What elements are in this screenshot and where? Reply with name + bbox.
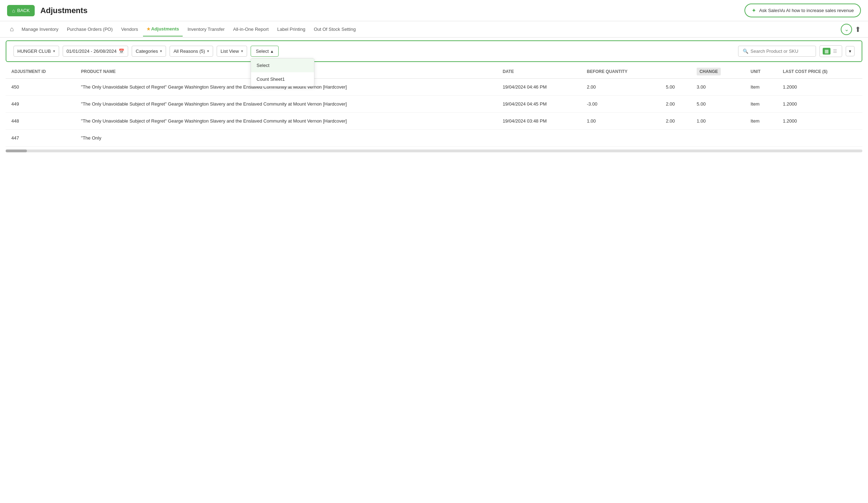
back-label: BACK [17, 8, 29, 13]
cell-last-cost [777, 130, 862, 147]
view-toggle[interactable]: ▦ ☰ [820, 45, 842, 57]
store-label: HUNGER CLUB [17, 49, 51, 54]
nav-upload-icon[interactable]: ⬆ [855, 25, 861, 34]
list-view-icon: ☰ [831, 48, 839, 55]
dropdown-item-count-sheet[interactable]: Count Sheet1 [251, 72, 314, 86]
cell-change: 5.00 [691, 96, 745, 113]
table-row: 450 "The Only Unavoidable Subject of Reg… [6, 79, 862, 96]
col-header-adjustment-id: ADJUSTMENT ID [6, 65, 75, 79]
col-header-date: DATE [497, 65, 581, 79]
ai-icon: ✦ [752, 7, 756, 14]
col-header-before-quantity: BEFORE QUANTITY [581, 65, 660, 79]
cell-adjustment-id: 448 [6, 113, 75, 130]
view-dropdown-chevron-icon: ▾ [849, 49, 851, 54]
nav-star-icon: ★ [147, 27, 150, 32]
nav-right: ⌄ ⬆ [841, 24, 861, 35]
cell-unit [745, 130, 777, 147]
scrollbar-track [6, 149, 862, 152]
view-selector[interactable]: List View ▾ [217, 46, 247, 57]
ai-button[interactable]: ✦ Ask SalesVu AI how to increase sales r… [744, 4, 861, 17]
scrollbar-thumb[interactable] [6, 149, 27, 152]
table-wrapper: ADJUSTMENT ID PRODUCT NAME DATE BEFORE Q… [0, 65, 868, 147]
cell-before-qty: 2.00 [581, 79, 660, 96]
cell-adjustment-id: 447 [6, 130, 75, 147]
select-button-label: Select [256, 49, 269, 54]
table-body: 450 "The Only Unavoidable Subject of Reg… [6, 79, 862, 147]
cell-date: 19/04/2024 04:45 PM [497, 96, 581, 113]
search-input[interactable] [750, 49, 811, 54]
reasons-selector[interactable]: All Reasons (5) ▾ [170, 46, 213, 57]
cell-date: 19/04/2024 03:48 PM [497, 113, 581, 130]
categories-label: Categories [136, 49, 158, 54]
search-box: 🔍 [738, 46, 816, 57]
select-dropdown-menu: Select Count Sheet1 [251, 58, 314, 86]
sidebar-item-adjustments[interactable]: ★Adjustments [143, 22, 183, 36]
nav-bar: ⌂ Manage Inventory Purchase Orders (PO) … [0, 21, 868, 38]
top-header: ⌂ BACK Adjustments ✦ Ask SalesVu AI how … [0, 0, 868, 21]
sidebar-item-purchase-orders[interactable]: Purchase Orders (PO) [63, 22, 116, 36]
home-icon: ⌂ [12, 8, 15, 13]
toolbar: HUNGER CLUB ▾ 01/01/2024 - 26/08/2024 📅 … [6, 40, 862, 62]
cell-after-qty: 2.00 [660, 113, 691, 130]
cell-last-cost: 1.2000 [777, 79, 862, 96]
store-selector[interactable]: HUNGER CLUB ▾ [13, 46, 59, 57]
cell-unit: Item [745, 79, 777, 96]
cell-unit: Item [745, 96, 777, 113]
cell-after-qty [660, 130, 691, 147]
nav-home-icon[interactable]: ⌂ [7, 21, 17, 37]
cell-product-name: "The Only Unavoidable Subject of Regret"… [75, 96, 497, 113]
cell-change [691, 130, 745, 147]
cell-before-qty: -3.00 [581, 96, 660, 113]
adjustments-table: ADJUSTMENT ID PRODUCT NAME DATE BEFORE Q… [6, 65, 862, 147]
table-row: 447 "The Only [6, 130, 862, 147]
table-header: ADJUSTMENT ID PRODUCT NAME DATE BEFORE Q… [6, 65, 862, 79]
col-header-unit: UNIT [745, 65, 777, 79]
cell-after-qty: 2.00 [660, 96, 691, 113]
back-button[interactable]: ⌂ BACK [7, 5, 35, 16]
cell-last-cost: 1.2000 [777, 96, 862, 113]
select-chevron-icon: ▴ [271, 49, 273, 54]
sidebar-item-manage-inventory[interactable]: Manage Inventory [18, 22, 62, 36]
table-row: 449 "The Only Unavoidable Subject of Reg… [6, 96, 862, 113]
sidebar-item-out-of-stock[interactable]: Out Of Stock Setting [310, 22, 359, 36]
sidebar-item-inventory-transfer[interactable]: Inventory Transfer [184, 22, 228, 36]
cell-change: 3.00 [691, 79, 745, 96]
cell-product-name: "The Only Unavoidable Subject of Regret"… [75, 113, 497, 130]
cell-last-cost: 1.2000 [777, 113, 862, 130]
cell-date [497, 130, 581, 147]
cell-after-qty: 5.00 [660, 79, 691, 96]
view-chevron-icon: ▾ [241, 49, 243, 53]
view-label: List View [221, 49, 239, 54]
reasons-label: All Reasons (5) [173, 49, 205, 54]
cell-date: 19/04/2024 04:46 PM [497, 79, 581, 96]
date-range-label: 01/01/2024 - 26/08/2024 [67, 49, 117, 54]
select-dropdown-container: Select ▴ Select Count Sheet1 [251, 46, 279, 57]
sidebar-item-label-printing[interactable]: Label Printing [274, 22, 309, 36]
nav-chevron-down-button[interactable]: ⌄ [841, 24, 852, 35]
horizontal-scrollbar[interactable] [0, 148, 868, 154]
cell-product-name: "The Only [75, 130, 497, 147]
col-header-change: CHANGE [691, 65, 745, 79]
date-range-selector[interactable]: 01/01/2024 - 26/08/2024 📅 [63, 46, 129, 57]
table-row: 448 "The Only Unavoidable Subject of Reg… [6, 113, 862, 130]
cell-unit: Item [745, 113, 777, 130]
categories-chevron-icon: ▾ [160, 49, 162, 53]
cell-adjustment-id: 449 [6, 96, 75, 113]
sidebar-item-vendors[interactable]: Vendors [118, 22, 142, 36]
categories-selector[interactable]: Categories ▾ [132, 46, 166, 57]
ai-button-label: Ask SalesVu AI how to increase sales rev… [759, 8, 854, 13]
select-button[interactable]: Select ▴ [251, 46, 279, 57]
calendar-icon: 📅 [119, 49, 124, 54]
page-title: Adjustments [40, 6, 739, 15]
view-dropdown-button[interactable]: ▾ [846, 46, 855, 56]
grid-view-icon: ▦ [823, 48, 830, 55]
cell-change: 1.00 [691, 113, 745, 130]
col-header-last-cost-price: LAST COST PRICE ($) [777, 65, 862, 79]
cell-before-qty [581, 130, 660, 147]
search-icon: 🔍 [743, 49, 748, 54]
cell-before-qty: 1.00 [581, 113, 660, 130]
dropdown-item-select[interactable]: Select [251, 58, 314, 72]
sidebar-item-all-in-one[interactable]: All-in-One Report [230, 22, 272, 36]
store-chevron-icon: ▾ [53, 49, 55, 53]
cell-adjustment-id: 450 [6, 79, 75, 96]
